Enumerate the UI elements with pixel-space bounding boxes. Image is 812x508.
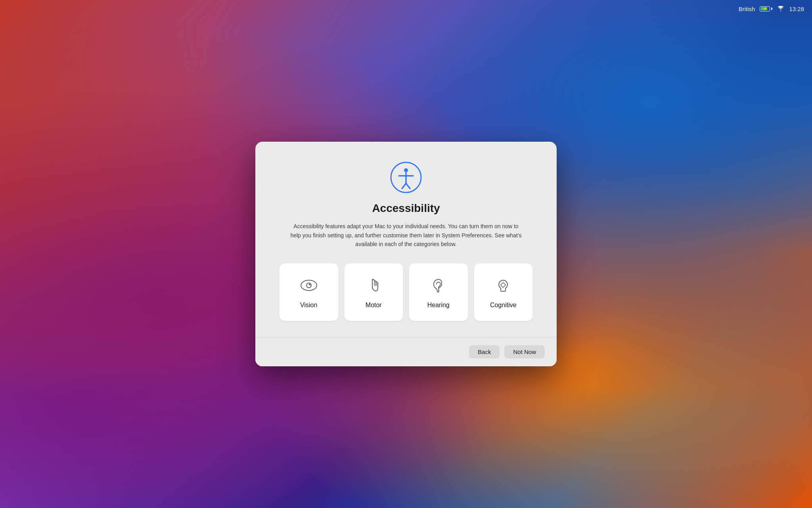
- hearing-card-label: Hearing: [427, 302, 450, 309]
- battery-body: ⚡: [760, 6, 770, 12]
- modal-overlay: Accessibility Accessibility features ada…: [0, 0, 812, 508]
- svg-point-9: [501, 283, 505, 287]
- svg-point-7: [306, 283, 311, 288]
- keyboard-layout: British: [739, 6, 755, 12]
- vision-card-label: Vision: [300, 302, 317, 309]
- battery-indicator: ⚡: [760, 6, 772, 12]
- hearing-icon: [429, 275, 448, 295]
- vision-icon: [299, 275, 319, 295]
- accessibility-dialog: Accessibility Accessibility features ada…: [255, 142, 557, 366]
- svg-point-1: [404, 168, 408, 172]
- back-button[interactable]: Back: [469, 345, 500, 358]
- menubar: British ⚡ 13:28: [0, 0, 812, 17]
- svg-point-8: [309, 284, 310, 285]
- cognitive-icon: [493, 275, 513, 295]
- motor-icon: [364, 275, 383, 295]
- modal-body: Accessibility Accessibility features ada…: [255, 142, 557, 337]
- svg-line-5: [406, 183, 410, 189]
- vision-card[interactable]: Vision: [279, 263, 339, 321]
- modal-description: Accessibility features adapt your Mac to…: [289, 222, 523, 248]
- motor-card[interactable]: Motor: [344, 263, 404, 321]
- hearing-card[interactable]: Hearing: [409, 263, 468, 321]
- svg-line-4: [402, 183, 406, 189]
- accessibility-icon: [390, 162, 422, 193]
- svg-point-6: [301, 280, 317, 291]
- system-time: 13:28: [789, 6, 804, 12]
- not-now-button[interactable]: Not Now: [504, 345, 545, 358]
- battery-charging-icon: ⚡: [760, 7, 770, 11]
- modal-title: Accessibility: [372, 202, 440, 215]
- modal-footer: Back Not Now: [255, 337, 557, 366]
- accessibility-categories-grid: Vision Motor: [279, 263, 533, 321]
- cognitive-card-label: Cognitive: [490, 302, 517, 309]
- wifi-icon: [777, 6, 784, 12]
- motor-card-label: Motor: [366, 302, 382, 309]
- cognitive-card[interactable]: Cognitive: [474, 263, 533, 321]
- battery-tip: [771, 8, 772, 10]
